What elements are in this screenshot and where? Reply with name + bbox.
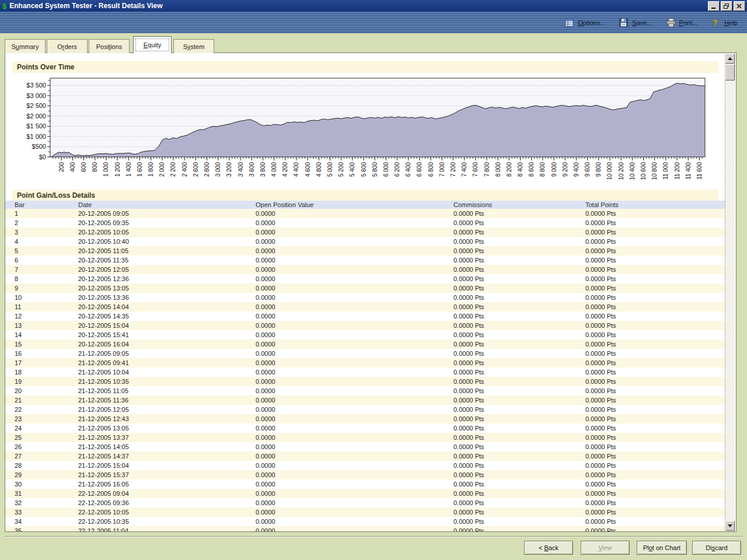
table-row[interactable]: 3122-12-2005 09:040.00000.0000 Pts0.0000… bbox=[5, 489, 725, 498]
table-row[interactable]: 3021-12-2005 16:050.00000.0000 Pts0.0000… bbox=[5, 480, 725, 489]
cell-commissions: 0.0000 Pts bbox=[453, 237, 484, 246]
toolbar-item-print[interactable]: Print... bbox=[666, 18, 698, 27]
plot-on-chart-button[interactable]: Plot on Chart bbox=[637, 541, 687, 555]
table-row[interactable]: 1921-12-2005 10:350.00000.0000 Pts0.0000… bbox=[5, 377, 725, 386]
tab-system[interactable]: System bbox=[173, 39, 214, 53]
cell-total-points: 0.0000 Pts bbox=[585, 246, 616, 256]
svg-text:10 000: 10 000 bbox=[606, 162, 613, 180]
svg-text:9 400: 9 400 bbox=[573, 162, 580, 177]
chart-section-title: Points Over Time bbox=[12, 61, 718, 73]
cell-commissions: 0.0000 Pts bbox=[453, 284, 484, 293]
table-row[interactable]: 2021-12-2005 11:050.00000.0000 Pts0.0000… bbox=[5, 386, 725, 396]
cell-bar: 35 bbox=[15, 526, 22, 531]
close-button[interactable] bbox=[734, 1, 745, 11]
toolbar-item-help[interactable]: ?Help bbox=[711, 18, 738, 27]
toolbar-item-options[interactable]: Options... bbox=[565, 18, 605, 27]
window-title: Enhanced System Tester - Result Details … bbox=[9, 2, 162, 10]
tab-strip: SummaryOrdersPositionsEquitySystem bbox=[5, 38, 215, 53]
table-row[interactable]: 3322-12-2005 10:050.00000.0000 Pts0.0000… bbox=[5, 508, 725, 517]
svg-text:$500: $500 bbox=[32, 143, 46, 150]
svg-text:11 000: 11 000 bbox=[662, 162, 669, 180]
svg-text:$3 500: $3 500 bbox=[26, 82, 46, 89]
cell-total-points: 0.0000 Pts bbox=[585, 302, 616, 312]
cell-bar: 11 bbox=[15, 302, 21, 312]
table-row[interactable]: 2521-12-2005 13:370.00000.0000 Pts0.0000… bbox=[5, 433, 725, 442]
cell-open-position-value: 0.0000 bbox=[256, 377, 275, 386]
table-row[interactable]: 420-12-2005 10:400.00000.0000 Pts0.0000 … bbox=[5, 237, 725, 246]
window-controls bbox=[708, 1, 745, 11]
table-row[interactable]: 820-12-2005 12:360.00000.0000 Pts0.0000 … bbox=[5, 274, 725, 284]
toolbar-item-save[interactable]: Save... bbox=[619, 18, 652, 27]
cell-date: 20-12-2005 10:40 bbox=[78, 237, 129, 246]
vertical-scrollbar[interactable] bbox=[725, 54, 735, 531]
svg-text:6 400: 6 400 bbox=[405, 162, 411, 177]
cell-open-position-value: 0.0000 bbox=[256, 433, 275, 442]
cell-date: 20-12-2005 11:35 bbox=[78, 256, 128, 265]
cell-bar: 21 bbox=[15, 396, 22, 405]
svg-text:4 400: 4 400 bbox=[293, 162, 299, 177]
cell-bar: 8 bbox=[15, 274, 18, 284]
cell-total-points: 0.0000 Pts bbox=[585, 442, 616, 452]
table-row[interactable]: 2821-12-2005 15:040.00000.0000 Pts0.0000… bbox=[5, 461, 725, 470]
table-row[interactable]: 1120-12-2005 14:040.00000.0000 Pts0.0000… bbox=[5, 302, 725, 312]
cell-open-position-value: 0.0000 bbox=[256, 405, 275, 414]
discard-button[interactable]: Discard bbox=[692, 541, 741, 555]
cell-date: 21-12-2005 15:04 bbox=[78, 461, 129, 470]
table-row[interactable]: 620-12-2005 11:350.00000.0000 Pts0.0000 … bbox=[5, 256, 725, 265]
restore-button[interactable] bbox=[721, 1, 732, 11]
cell-bar: 17 bbox=[15, 358, 22, 368]
toolbar-item-label: Options... bbox=[578, 19, 605, 26]
tab-equity[interactable]: Equity bbox=[133, 36, 172, 53]
svg-text:9 600: 9 600 bbox=[584, 162, 591, 177]
table-row[interactable]: 2721-12-2005 14:370.00000.0000 Pts0.0000… bbox=[5, 452, 725, 461]
table-row[interactable]: 1320-12-2005 15:040.00000.0000 Pts0.0000… bbox=[5, 321, 725, 330]
table-row[interactable]: 1721-12-2005 09:410.00000.0000 Pts0.0000… bbox=[5, 358, 725, 368]
svg-text:$2 000: $2 000 bbox=[26, 113, 46, 120]
cell-bar: 33 bbox=[15, 508, 22, 517]
minimize-button[interactable] bbox=[708, 1, 720, 11]
button-label: < Back bbox=[539, 544, 558, 551]
cell-date: 20-12-2005 10:05 bbox=[78, 228, 129, 237]
cell-commissions: 0.0000 Pts bbox=[453, 498, 484, 508]
table-row[interactable]: 2221-12-2005 12:050.00000.0000 Pts0.0000… bbox=[5, 405, 725, 414]
table-row[interactable]: 2621-12-2005 14:050.00000.0000 Pts0.0000… bbox=[5, 442, 725, 452]
table-row[interactable]: 520-12-2005 11:050.00000.0000 Pts0.0000 … bbox=[5, 246, 725, 256]
cell-total-points: 0.0000 Pts bbox=[585, 293, 616, 302]
cell-bar: 3 bbox=[15, 228, 18, 237]
table-row[interactable]: 120-12-2005 09:050.00000.0000 Pts0.0000 … bbox=[5, 209, 725, 218]
table-row[interactable]: 3522-12-2005 11:040.00000.0000 Pts0.0000… bbox=[5, 526, 725, 531]
table-row[interactable]: 1220-12-2005 14:350.00000.0000 Pts0.0000… bbox=[5, 312, 725, 321]
table-row[interactable]: 2121-12-2005 11:360.00000.0000 Pts0.0000… bbox=[5, 396, 725, 405]
table-row[interactable]: 2321-12-2005 12:430.00000.0000 Pts0.0000… bbox=[5, 414, 725, 424]
table-row[interactable]: 920-12-2005 13:050.00000.0000 Pts0.0000 … bbox=[5, 284, 725, 293]
scroll-up-button[interactable] bbox=[725, 54, 735, 64]
dollar-icon: $ bbox=[2, 2, 6, 10]
table-row[interactable]: 1420-12-2005 15:410.00000.0000 Pts0.0000… bbox=[5, 330, 725, 340]
table-row[interactable]: 1020-12-2005 13:360.00000.0000 Pts0.0000… bbox=[5, 293, 725, 302]
scrollbar-thumb[interactable] bbox=[725, 64, 735, 80]
table-row[interactable]: 1821-12-2005 10:040.00000.0000 Pts0.0000… bbox=[5, 368, 725, 377]
svg-text:8 600: 8 600 bbox=[528, 162, 535, 177]
tab-positions[interactable]: Positions bbox=[89, 39, 130, 53]
cell-bar: 13 bbox=[15, 321, 22, 330]
back-button[interactable]: < Back bbox=[524, 541, 573, 555]
cell-commissions: 0.0000 Pts bbox=[453, 228, 484, 237]
table-row[interactable]: 2421-12-2005 13:050.00000.0000 Pts0.0000… bbox=[5, 424, 725, 433]
table-row[interactable]: 3222-12-2005 09:360.00000.0000 Pts0.0000… bbox=[5, 498, 725, 508]
table-row[interactable]: 1520-12-2005 16:040.00000.0000 Pts0.0000… bbox=[5, 340, 725, 349]
cell-commissions: 0.0000 Pts bbox=[453, 377, 484, 386]
table-row[interactable]: 3422-12-2005 10:350.00000.0000 Pts0.0000… bbox=[5, 517, 725, 526]
table-row[interactable]: 320-12-2005 10:050.00000.0000 Pts0.0000 … bbox=[5, 228, 725, 237]
cell-commissions: 0.0000 Pts bbox=[453, 349, 484, 358]
table-row[interactable]: 220-12-2005 09:350.00000.0000 Pts0.0000 … bbox=[5, 218, 725, 228]
tab-summary[interactable]: Summary bbox=[5, 39, 46, 53]
table-row[interactable]: 2921-12-2005 15:370.00000.0000 Pts0.0000… bbox=[5, 470, 725, 480]
tab-orders[interactable]: Orders bbox=[47, 39, 88, 53]
cell-total-points: 0.0000 Pts bbox=[585, 498, 616, 508]
cell-date: 20-12-2005 15:04 bbox=[78, 321, 129, 330]
scroll-down-button[interactable] bbox=[725, 521, 735, 531]
table-row[interactable]: 720-12-2005 12:050.00000.0000 Pts0.0000 … bbox=[5, 265, 725, 274]
equity-chart: $0$500$1 000$1 500$2 000$2 500$3 000$3 5… bbox=[5, 75, 726, 187]
toolbar-item-label: Print... bbox=[679, 19, 698, 26]
table-row[interactable]: 1621-12-2005 09:050.00000.0000 Pts0.0000… bbox=[5, 349, 725, 358]
